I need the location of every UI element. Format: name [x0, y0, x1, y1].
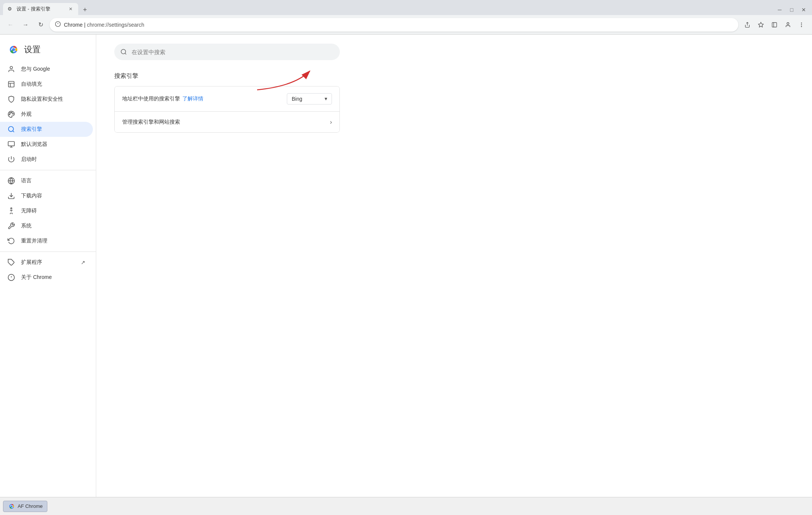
sidebar-item-label: 外观: [21, 111, 32, 118]
settings-card: 地址栏中使用的搜索引擎 了解详情 Bing Google 百度 ▼: [114, 86, 340, 133]
manage-search-arrow: ›: [330, 119, 332, 126]
sidebar-item-downloads[interactable]: 下载内容: [0, 188, 93, 203]
sidebar-item-label: 扩展程序: [21, 259, 42, 266]
svg-line-33: [125, 53, 126, 54]
svg-point-8: [801, 26, 801, 27]
extensions-icon: [8, 259, 15, 266]
svg-rect-13: [9, 82, 14, 87]
chevron-right-icon: ›: [330, 119, 332, 126]
svg-point-32: [121, 49, 126, 54]
sidebar: 设置 您与 Google 自动填充 隐私设置和安全性: [0, 35, 96, 515]
sidebar-item-label: 语言: [21, 177, 32, 184]
url-separator: |: [83, 22, 87, 28]
sidebar-item-extensions[interactable]: 扩展程序 ↗: [0, 255, 93, 270]
address-bar[interactable]: Chrome | chrome://settings/search: [50, 18, 738, 32]
sidebar-item-search-engine[interactable]: 搜索引擎: [0, 122, 93, 137]
menu-button[interactable]: [795, 19, 807, 31]
accessibility-icon: [8, 207, 15, 215]
power-icon: [8, 156, 15, 163]
svg-point-7: [801, 24, 801, 25]
svg-point-5: [787, 23, 789, 24]
refresh-button[interactable]: ↻: [35, 19, 47, 31]
sidebar-divider-2: [0, 251, 96, 252]
forward-button[interactable]: →: [20, 19, 32, 31]
search-engine-select-wrapper: Bing Google 百度 ▼: [287, 93, 332, 105]
back-button[interactable]: ←: [5, 19, 17, 31]
default-search-text: 地址栏中使用的搜索引擎: [122, 95, 180, 102]
window-minimize-button[interactable]: ─: [774, 5, 785, 15]
tab-bar: ⚙ 设置 - 搜索引擎 ✕ + ─ □ ✕: [0, 0, 812, 15]
settings-search-bar[interactable]: [114, 44, 340, 60]
sidebar-item-languages[interactable]: 语言: [0, 173, 93, 188]
tab-title: 设置 - 搜索引擎: [17, 6, 65, 12]
manage-search-label: 管理搜索引擎和网站搜索: [122, 119, 330, 126]
search-engine-select[interactable]: Bing Google 百度: [287, 93, 332, 105]
window-close-button[interactable]: ✕: [798, 5, 809, 15]
svg-point-15: [12, 114, 14, 115]
address-bar-row: ← → ↻ Chrome | chrome://settings/search: [0, 15, 812, 35]
address-bar-actions: [741, 19, 807, 31]
info-icon: [8, 274, 15, 281]
sidebar-item-accessibility[interactable]: 无障碍: [0, 203, 93, 218]
person-icon: [8, 65, 15, 73]
external-link-icon: ↗: [81, 259, 85, 265]
taskbar-chrome-icon: [8, 503, 15, 510]
chrome-logo-icon: [8, 44, 20, 56]
sidebar-item-label: 重置并清理: [21, 238, 47, 244]
window-maximize-button[interactable]: □: [786, 5, 797, 15]
monitor-icon: [8, 141, 15, 148]
svg-point-16: [10, 112, 11, 114]
annotation-arrow: [250, 64, 317, 94]
sidebar-item-google-account[interactable]: 您与 Google: [0, 62, 93, 77]
browser-frame: ⚙ 设置 - 搜索引擎 ✕ + ─ □ ✕ ← → ↻ Chrome | chr…: [0, 0, 812, 515]
sidebar-item-appearance[interactable]: 外观: [0, 107, 93, 122]
new-tab-button[interactable]: +: [80, 5, 90, 15]
sidebar-item-label: 启动时: [21, 156, 37, 163]
tab-favicon: ⚙: [8, 6, 14, 12]
sidebar-item-system[interactable]: 系统: [0, 218, 93, 233]
default-search-label: 地址栏中使用的搜索引擎 了解详情: [122, 95, 287, 102]
taskbar-chrome-item[interactable]: AF Chrome: [3, 501, 47, 512]
security-icon: [55, 21, 61, 29]
sidebar-item-label: 无障碍: [21, 208, 37, 214]
palette-icon: [8, 111, 15, 118]
sidebar-item-reset[interactable]: 重置并清理: [0, 233, 93, 248]
tab-close-button[interactable]: ✕: [68, 6, 74, 12]
sidebar-header: 设置: [0, 41, 96, 62]
sidebar-item-default-browser[interactable]: 默认浏览器: [0, 137, 93, 152]
search-bar-icon: [120, 48, 127, 55]
globe-icon: [8, 177, 15, 185]
section-title: 搜索引擎: [114, 72, 794, 80]
learn-more-link[interactable]: 了解详情: [182, 95, 203, 102]
settings-search-input[interactable]: [132, 49, 334, 55]
sidebar-item-label: 隐私设置和安全性: [21, 96, 63, 103]
settings-card-container: 地址栏中使用的搜索引擎 了解详情 Bing Google 百度 ▼: [114, 86, 340, 133]
download-icon: [8, 192, 15, 200]
sidebar-title: 设置: [24, 44, 41, 55]
svg-point-12: [10, 67, 13, 69]
svg-point-27: [11, 208, 12, 209]
autofill-icon: [8, 80, 15, 88]
svg-rect-3: [772, 23, 777, 27]
settings-main: 搜索引擎 地址栏中使用的搜索引擎: [96, 35, 812, 515]
sidebar-item-label: 自动填充: [21, 81, 42, 88]
sidebar-item-label: 搜索引擎: [21, 126, 42, 133]
sidebar-item-privacy[interactable]: 隐私设置和安全性: [0, 92, 93, 107]
svg-point-14: [11, 112, 12, 113]
sidebar-divider: [0, 170, 96, 170]
active-tab[interactable]: ⚙ 设置 - 搜索引擎 ✕: [3, 3, 78, 15]
svg-point-6: [801, 23, 801, 23]
sidebar-item-startup[interactable]: 启动时: [0, 152, 93, 167]
bookmark-button[interactable]: [755, 19, 767, 31]
reset-icon: [8, 237, 15, 245]
manage-search-engines-row[interactable]: 管理搜索引擎和网站搜索 ›: [115, 111, 339, 132]
sidebar-item-about[interactable]: 关于 Chrome: [0, 270, 93, 285]
profile-button[interactable]: [782, 19, 794, 31]
sidebar-item-autofill[interactable]: 自动填充: [0, 77, 93, 92]
sidebar-toggle-button[interactable]: [768, 19, 780, 31]
share-button[interactable]: [741, 19, 753, 31]
manage-search-text: 管理搜索引擎和网站搜索: [122, 119, 180, 126]
window-controls: ─ □ ✕: [774, 5, 812, 15]
url-text: Chrome | chrome://settings/search: [64, 22, 733, 28]
sidebar-item-label: 您与 Google: [21, 66, 50, 73]
